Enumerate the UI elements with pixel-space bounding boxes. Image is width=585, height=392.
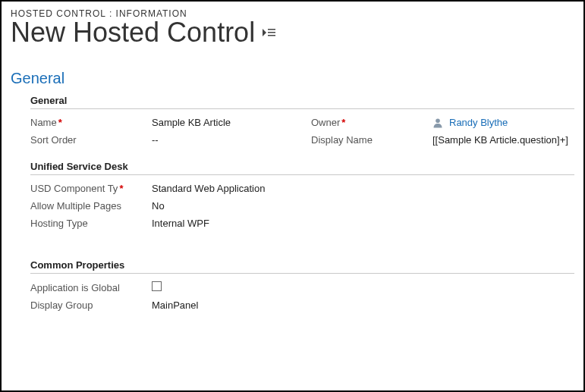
section-general: General Name Sample KB Article Owner Ran…	[30, 95, 574, 146]
label-display-name: Display Name	[311, 134, 432, 146]
svg-rect-1	[268, 32, 275, 33]
value-component-type[interactable]: Standard Web Application	[152, 183, 379, 194]
label-hosting-type: Hosting Type	[30, 218, 152, 229]
section-header-general: General	[30, 95, 574, 109]
section-header-usd: Unified Service Desk	[30, 161, 574, 175]
label-owner: Owner	[311, 117, 432, 128]
label-name: Name	[30, 117, 152, 128]
value-hosting-type[interactable]: Internal WPF	[152, 218, 379, 229]
value-name[interactable]: Sample KB Article	[152, 117, 311, 128]
section-header-common: Common Properties	[30, 259, 574, 274]
label-display-group: Display Group	[30, 299, 152, 311]
page-title: New Hosted Control	[11, 17, 255, 49]
label-allow-multiple: Allow Multiple Pages	[30, 200, 152, 212]
value-allow-multiple[interactable]: No	[152, 200, 379, 212]
svg-rect-0	[268, 29, 275, 30]
form-selector-icon[interactable]	[263, 27, 276, 38]
label-component-type: USD Component Ty	[30, 183, 152, 194]
tab-general[interactable]: General	[11, 70, 574, 87]
label-app-global: Application is Global	[30, 282, 152, 293]
section-usd: Unified Service Desk USD Component Ty St…	[30, 161, 574, 229]
value-sort-order[interactable]: --	[152, 134, 311, 146]
person-icon	[432, 118, 443, 128]
value-owner[interactable]: Randy Blythe	[449, 117, 508, 128]
section-common-properties: Common Properties Application is Global …	[30, 259, 574, 311]
svg-rect-2	[268, 35, 275, 36]
checkbox-app-global[interactable]	[152, 281, 162, 291]
svg-point-3	[436, 118, 440, 123]
value-display-name[interactable]: [[Sample KB Article.question]+]	[432, 134, 584, 146]
value-display-group[interactable]: MainPanel	[152, 299, 379, 311]
label-sort-order: Sort Order	[30, 134, 152, 146]
